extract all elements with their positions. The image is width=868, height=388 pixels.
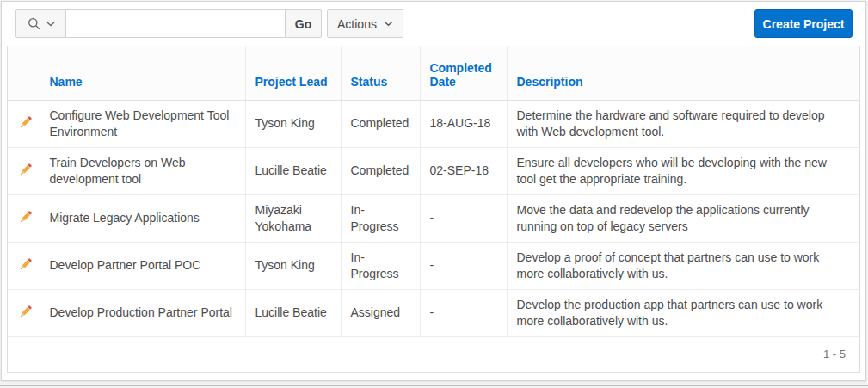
cell-project-lead: Miyazaki Yokohama	[245, 194, 341, 242]
cell-status: Completed	[341, 147, 420, 194]
cell-description: Move the data and redevelop the applicat…	[507, 194, 859, 242]
cell-status: In-Progress	[341, 242, 420, 289]
report-body: Configure Web Development Tool Environme…	[8, 100, 859, 336]
pencil-icon	[18, 256, 34, 272]
pencil-icon	[18, 162, 34, 177]
header-completed-date[interactable]: Completed Date	[420, 46, 507, 100]
cell-name: Train Developers on Web development tool	[40, 147, 245, 194]
cell-project-lead: Lucille Beatie	[245, 289, 341, 336]
cell-status: Assigned	[341, 289, 420, 336]
edit-row-button[interactable]	[16, 207, 35, 226]
edit-cell	[8, 289, 40, 336]
table-row: Develop Production Partner Portal Lucill…	[8, 289, 859, 336]
search-input[interactable]	[66, 9, 285, 38]
cell-name: Configure Web Development Tool Environme…	[40, 100, 245, 147]
cell-completed-date: 02-SEP-18	[420, 147, 507, 194]
chevron-down-icon	[46, 22, 55, 27]
edit-row-button[interactable]	[16, 113, 35, 132]
search-column-select-button[interactable]	[15, 9, 66, 38]
header-project-lead[interactable]: Project Lead	[245, 46, 341, 100]
edit-row-button[interactable]	[16, 302, 35, 321]
search-icon	[28, 17, 41, 31]
interactive-report: Name Project Lead Status Completed Date …	[7, 46, 860, 373]
header-edit-column	[8, 46, 40, 100]
edit-cell	[8, 242, 40, 289]
table-row: Migrate Legacy Applications Miyazaki Yok…	[8, 194, 859, 242]
cell-description: Develop the production app that partners…	[507, 289, 859, 336]
cell-completed-date: -	[420, 242, 507, 289]
cell-description: Develop a proof of concept that partners…	[507, 242, 859, 289]
edit-cell	[8, 100, 40, 147]
actions-label: Actions	[337, 17, 377, 31]
report-footer: 1 - 5	[8, 337, 859, 372]
table-row: Develop Partner Portal POC Tyson King In…	[8, 242, 859, 289]
header-description[interactable]: Description	[507, 46, 859, 100]
edit-row-button[interactable]	[16, 160, 35, 179]
cell-name: Migrate Legacy Applications	[40, 194, 245, 242]
cell-description: Ensure all developers who will be develo…	[507, 147, 859, 194]
edit-cell	[8, 147, 40, 194]
cell-project-lead: Tyson King	[245, 242, 341, 289]
cell-status: Completed	[341, 100, 420, 147]
pencil-icon	[18, 304, 34, 319]
create-project-button[interactable]: Create Project	[754, 9, 853, 38]
cell-completed-date: -	[420, 289, 507, 336]
bottom-divider	[0, 385, 868, 386]
cell-status: In-Progress	[341, 194, 420, 242]
cell-project-lead: Tyson King	[245, 100, 341, 147]
pencil-icon	[18, 114, 34, 130]
cell-name: Develop Partner Portal POC	[40, 242, 245, 289]
chevron-down-icon	[384, 21, 393, 27]
cell-completed-date: -	[420, 194, 507, 242]
search-bar: Go	[15, 9, 322, 38]
page: Go Actions Create Project	[0, 0, 868, 388]
table-row: Configure Web Development Tool Environme…	[8, 100, 859, 147]
projects-table: Name Project Lead Status Completed Date …	[8, 46, 859, 337]
table-row: Train Developers on Web development tool…	[8, 147, 859, 194]
edit-row-button[interactable]	[16, 255, 35, 274]
edit-cell	[8, 194, 40, 242]
cell-project-lead: Lucille Beatie	[245, 147, 341, 194]
cell-name: Develop Production Partner Portal	[40, 289, 245, 336]
go-button[interactable]: Go	[285, 9, 322, 38]
cell-completed-date: 18-AUG-18	[420, 100, 507, 147]
table-header-row: Name Project Lead Status Completed Date …	[8, 46, 859, 100]
report-region: Go Actions Create Project	[1, 1, 866, 381]
cell-description: Determine the hardware and software requ…	[507, 100, 859, 147]
header-status[interactable]: Status	[341, 46, 420, 100]
report-toolbar: Go Actions Create Project	[2, 2, 865, 46]
pencil-icon	[18, 209, 34, 225]
header-name[interactable]: Name	[40, 46, 245, 100]
pagination-label: 1 - 5	[823, 348, 846, 360]
actions-menu-button[interactable]: Actions	[327, 9, 403, 38]
